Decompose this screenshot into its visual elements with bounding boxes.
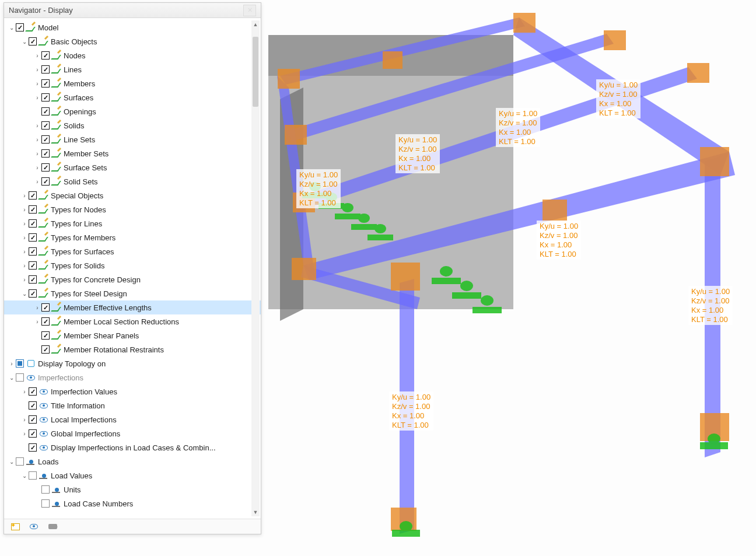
- tree-item[interactable]: ›Local Imperfections: [4, 412, 261, 426]
- tree-checkbox[interactable]: [41, 177, 50, 186]
- tree-checkbox[interactable]: [29, 429, 37, 438]
- tree-item[interactable]: ›Member Local Section Reductions: [4, 314, 261, 328]
- tree-item[interactable]: ›Imperfection Values: [4, 384, 261, 398]
- tree-item[interactable]: ›Special Objects: [4, 188, 261, 202]
- expand-icon[interactable]: ›: [20, 249, 29, 255]
- tree-checkbox[interactable]: [41, 303, 50, 312]
- tree-item[interactable]: ›Surfaces: [4, 90, 261, 104]
- tree-checkbox[interactable]: [16, 23, 24, 32]
- tree-checkbox[interactable]: [41, 331, 50, 340]
- tree-checkbox[interactable]: [29, 443, 37, 452]
- tree-checkbox[interactable]: [41, 499, 50, 508]
- navigator-tree[interactable]: ⌄Model⌄Basic Objects›Nodes›Lines›Members…: [4, 18, 261, 519]
- tree-checkbox[interactable]: [29, 401, 37, 410]
- expand-icon[interactable]: ›: [20, 417, 29, 423]
- tree-item[interactable]: ›Types for Lines: [4, 216, 261, 230]
- tree-checkbox[interactable]: [29, 37, 37, 46]
- collapse-icon[interactable]: ⌄: [8, 459, 16, 465]
- tree-checkbox[interactable]: [41, 317, 50, 326]
- footer-visibility-button[interactable]: [27, 521, 40, 533]
- tree-checkbox[interactable]: [41, 163, 50, 172]
- expand-icon[interactable]: ›: [33, 95, 41, 101]
- tree-item[interactable]: ·Load Case Numbers: [4, 496, 261, 510]
- tree-item[interactable]: ›Members: [4, 76, 261, 90]
- collapse-icon[interactable]: ⌄: [20, 473, 29, 479]
- expand-icon[interactable]: ›: [33, 67, 41, 73]
- expand-icon[interactable]: ›: [33, 81, 41, 87]
- expand-icon[interactable]: ›: [20, 235, 29, 241]
- footer-new-button[interactable]: [9, 521, 22, 533]
- tree-item[interactable]: ›Types for Surfaces: [4, 244, 261, 258]
- footer-record-button[interactable]: [46, 521, 59, 533]
- collapse-icon[interactable]: ⌄: [20, 39, 29, 45]
- tree-checkbox[interactable]: [41, 345, 50, 354]
- tree-item[interactable]: ·Openings: [4, 104, 261, 118]
- collapse-icon[interactable]: ⌄: [8, 375, 16, 381]
- tree-item[interactable]: ·Member Shear Panels: [4, 328, 261, 342]
- expand-icon[interactable]: ›: [33, 53, 41, 59]
- expand-icon[interactable]: ›: [20, 431, 29, 437]
- tree-checkbox[interactable]: [29, 471, 37, 480]
- expand-icon[interactable]: ›: [20, 221, 29, 227]
- tree-item[interactable]: ⌄Model: [4, 20, 261, 34]
- expand-icon[interactable]: ›: [33, 151, 41, 157]
- tree-checkbox[interactable]: [29, 247, 37, 256]
- tree-checkbox[interactable]: [16, 373, 24, 382]
- tree-item[interactable]: ·Units: [4, 482, 261, 496]
- tree-checkbox[interactable]: [29, 289, 37, 298]
- tree-checkbox[interactable]: [41, 79, 50, 88]
- scene-canvas[interactable]: Ky/u = 1.00Kz/v = 1.00Kx = 1.00KLT = 1.0…: [268, 0, 756, 556]
- expand-icon[interactable]: ›: [33, 179, 41, 185]
- tree-item[interactable]: ⌄Types for Steel Design: [4, 286, 261, 300]
- expand-icon[interactable]: ›: [33, 165, 41, 171]
- expand-icon[interactable]: ›: [20, 193, 29, 199]
- tree-checkbox[interactable]: [29, 205, 37, 214]
- scroll-up-button[interactable]: ▲: [251, 20, 260, 29]
- expand-icon[interactable]: ›: [20, 263, 29, 269]
- tree-checkbox[interactable]: [41, 51, 50, 60]
- tree-checkbox[interactable]: [41, 65, 50, 74]
- tree-checkbox[interactable]: [29, 219, 37, 228]
- tree-item[interactable]: ›Line Sets: [4, 132, 261, 146]
- tree-checkbox[interactable]: [29, 387, 37, 396]
- panel-titlebar[interactable]: Navigator - Display ✕: [4, 3, 261, 18]
- collapse-icon[interactable]: ⌄: [8, 25, 16, 31]
- tree-item[interactable]: ›Member Sets: [4, 146, 261, 160]
- tree-item[interactable]: ⌄Loads: [4, 454, 261, 468]
- tree-checkbox[interactable]: [41, 149, 50, 158]
- tree-item[interactable]: ⌄Load Values: [4, 468, 261, 482]
- tree-checkbox[interactable]: [41, 485, 50, 494]
- tree-checkbox[interactable]: [29, 415, 37, 424]
- tree-checkbox[interactable]: [29, 261, 37, 270]
- tree-checkbox[interactable]: [41, 107, 50, 116]
- tree-item[interactable]: ›Solid Sets: [4, 174, 261, 188]
- expand-icon[interactable]: ›: [20, 277, 29, 283]
- expand-icon[interactable]: ›: [33, 137, 41, 143]
- tree-checkbox[interactable]: [29, 233, 37, 242]
- tree-item[interactable]: ›Nodes: [4, 48, 261, 62]
- tree-item[interactable]: ›Global Imperfections: [4, 426, 261, 440]
- expand-icon[interactable]: ›: [33, 305, 41, 311]
- tree-scrollbar[interactable]: ▲ ▼: [251, 20, 260, 516]
- tree-item[interactable]: ⌄Basic Objects: [4, 34, 261, 48]
- expand-icon[interactable]: ›: [33, 319, 41, 325]
- collapse-icon[interactable]: ⌄: [20, 291, 29, 297]
- expand-icon[interactable]: ›: [8, 361, 16, 367]
- tree-item[interactable]: ›Solids: [4, 118, 261, 132]
- tree-checkbox[interactable]: [41, 93, 50, 102]
- scroll-thumb[interactable]: [253, 37, 258, 107]
- tree-item[interactable]: ›Types for Nodes: [4, 202, 261, 216]
- tree-checkbox[interactable]: [41, 121, 50, 130]
- tree-checkbox[interactable]: [16, 457, 24, 466]
- tree-item[interactable]: ›Types for Members: [4, 230, 261, 244]
- expand-icon[interactable]: ›: [33, 123, 41, 129]
- panel-close-button[interactable]: ✕: [243, 5, 256, 16]
- tree-item[interactable]: ·Title Information: [4, 398, 261, 412]
- tree-item[interactable]: ›Surface Sets: [4, 160, 261, 174]
- tree-item[interactable]: ›Types for Concrete Design: [4, 272, 261, 286]
- expand-icon[interactable]: ›: [20, 389, 29, 395]
- scroll-down-button[interactable]: ▼: [251, 508, 260, 516]
- tree-checkbox[interactable]: [29, 275, 37, 284]
- expand-icon[interactable]: ›: [20, 207, 29, 213]
- tree-checkbox[interactable]: [16, 359, 24, 368]
